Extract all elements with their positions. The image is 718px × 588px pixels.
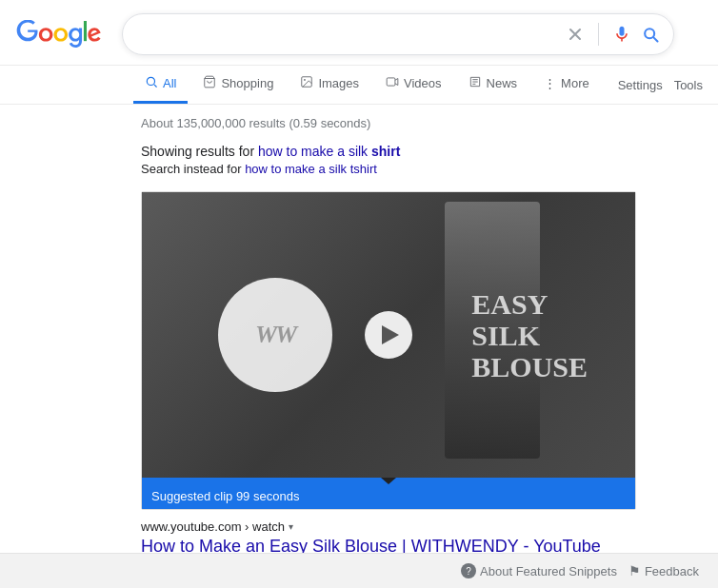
suggested-clip-container: Suggested clip 99 seconds (142, 478, 635, 509)
search-bar-icons (566, 23, 660, 46)
nav-right: Settings Tools (618, 78, 703, 92)
voice-search-button[interactable] (612, 25, 631, 44)
tab-videos-label: Videos (404, 76, 442, 90)
tab-shopping-label: Shopping (221, 76, 273, 90)
svg-point-2 (304, 79, 306, 81)
more-tab-icon: ⋮ (544, 76, 556, 90)
footer-feedback: ⚑ Feedback (628, 563, 699, 578)
tab-all[interactable]: All (133, 66, 188, 104)
header: how to make a silk tshirt (0, 0, 718, 66)
video-card: WW EASY SILK BLOUSE 1:03 1:03 (141, 191, 636, 510)
tab-videos[interactable]: Videos (374, 66, 453, 104)
videos-tab-icon (386, 75, 399, 91)
tab-news[interactable]: News (457, 66, 529, 104)
showing-results: Showing results for how to make a silk s… (141, 144, 703, 159)
main-content: About 135,000,000 results (0.59 seconds)… (0, 105, 718, 568)
suggested-clip-label: Suggested clip 99 seconds (151, 489, 299, 503)
tab-news-label: News (487, 76, 518, 90)
feedback-link[interactable]: Feedback (645, 564, 699, 578)
dropdown-arrow[interactable]: ▾ (289, 521, 293, 532)
footer: ? About Featured Snippets ⚑ Feedback (0, 553, 718, 588)
news-tab-icon (469, 75, 482, 91)
svg-point-0 (147, 77, 154, 85)
footer-about: ? About Featured Snippets (461, 563, 617, 578)
play-button[interactable] (365, 311, 412, 359)
corrected-query-link[interactable]: how to make a silk shirt (258, 144, 400, 159)
result-stats: About 135,000,000 results (0.59 seconds) (141, 116, 703, 130)
video-background: WW EASY SILK BLOUSE (142, 192, 635, 478)
clip-triangle (381, 478, 396, 484)
search-input[interactable]: how to make a silk tshirt (136, 26, 566, 43)
tab-shopping[interactable]: Shopping (191, 66, 285, 104)
images-tab-icon (300, 75, 313, 91)
tab-more[interactable]: ⋮ More (532, 67, 601, 103)
shopping-tab-icon (203, 75, 216, 91)
search-instead-prefix: Search instead for (141, 162, 245, 176)
nav-tabs: All Shopping Images Videos News ⋮ More S… (0, 66, 718, 105)
video-logo: WW (218, 278, 332, 392)
search-bar[interactable]: how to make a silk tshirt (122, 13, 674, 55)
about-featured-snippets-link[interactable]: About Featured Snippets (480, 564, 617, 578)
suggested-clip-bar: Suggested clip 99 seconds (142, 483, 635, 509)
video-title-overlay: EASY SILK BLOUSE (471, 288, 588, 382)
original-query-link[interactable]: how to make a silk tshirt (245, 162, 377, 176)
feedback-icon: ⚑ (628, 563, 641, 578)
source-url[interactable]: www.youtube.com › watch (141, 519, 285, 534)
google-search-button[interactable] (641, 25, 660, 44)
tab-images-label: Images (318, 76, 359, 90)
settings-link[interactable]: Settings (618, 78, 663, 92)
google-logo (15, 20, 103, 49)
tab-all-label: All (163, 76, 176, 90)
search-tab-icon (145, 75, 158, 91)
search-instead: Search instead for how to make a silk ts… (141, 162, 703, 176)
clear-search-button[interactable] (566, 25, 585, 44)
svg-rect-3 (387, 78, 395, 86)
showing-prefix: Showing results for (141, 144, 258, 159)
tools-link[interactable]: Tools (674, 78, 703, 92)
divider (598, 23, 599, 46)
video-player[interactable]: WW EASY SILK BLOUSE 1:03 1:03 (142, 192, 635, 478)
tab-more-label: More (561, 76, 589, 90)
tab-images[interactable]: Images (289, 66, 370, 104)
help-icon: ? (461, 563, 476, 578)
clip-pointer-container (142, 478, 635, 483)
source-line: www.youtube.com › watch ▾ (141, 519, 703, 534)
